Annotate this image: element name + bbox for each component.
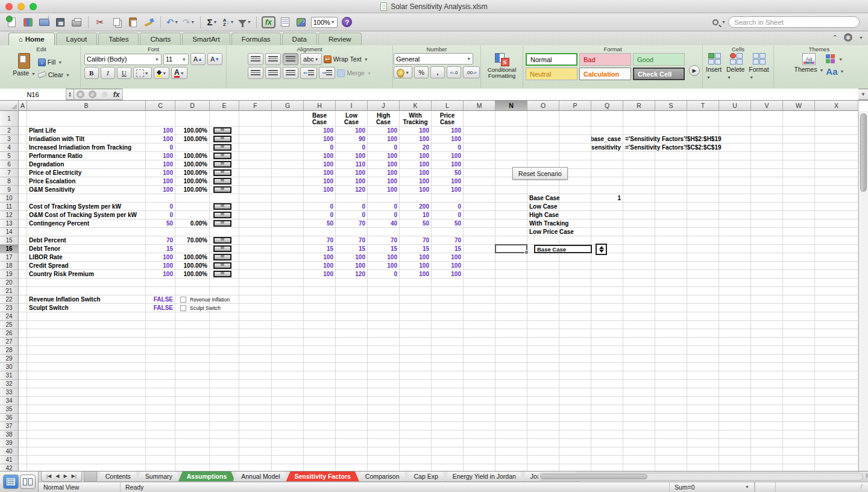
cell-R16[interactable] (623, 245, 655, 253)
cell-J32[interactable] (368, 380, 400, 388)
cell-T9[interactable] (687, 186, 719, 194)
page-layout-view-button[interactable] (20, 475, 36, 489)
row-header-14[interactable]: 14 (0, 228, 19, 236)
row-header-11[interactable]: 11 (0, 203, 19, 211)
cell-D1[interactable] (175, 111, 210, 127)
cell-Q4[interactable]: sensitivity (591, 144, 623, 152)
row-header-4[interactable]: 4 (0, 144, 19, 152)
horizontal-scrollbar[interactable] (538, 473, 863, 481)
cell-I24[interactable] (336, 312, 368, 321)
undo-button[interactable]: ↶▼ (166, 16, 179, 29)
tab-data[interactable]: Data (282, 33, 317, 45)
cell-I39[interactable] (336, 439, 368, 447)
cell-W32[interactable] (783, 380, 815, 388)
cell-O36[interactable] (527, 414, 559, 422)
cell-J27[interactable] (368, 338, 400, 346)
cell-P3[interactable] (559, 135, 591, 144)
cell-C27[interactable] (146, 338, 175, 346)
cell-M26[interactable] (464, 329, 495, 338)
cell-C19[interactable]: 100 (146, 270, 175, 279)
cell-S27[interactable] (655, 338, 687, 346)
cell-B27[interactable] (27, 338, 146, 346)
column-header-G[interactable]: G (272, 101, 304, 111)
cell-F32[interactable] (239, 380, 272, 388)
cell-G39[interactable] (272, 439, 304, 447)
print-button[interactable] (70, 16, 83, 29)
sheet-tab-cap-exp[interactable]: Cap Exp (405, 472, 446, 482)
cell-E15[interactable] (210, 236, 239, 245)
cell-M6[interactable] (464, 160, 495, 169)
cell-G20[interactable] (272, 279, 304, 287)
cell-N23[interactable] (495, 304, 527, 312)
cell-O21[interactable] (527, 287, 559, 295)
cell-C8[interactable]: 100 (146, 177, 175, 186)
cell-R27[interactable] (623, 338, 655, 346)
column-header-H[interactable]: H (304, 101, 336, 111)
save-button[interactable] (54, 16, 67, 29)
cell-R38[interactable] (623, 430, 655, 439)
horizontal-scrollbar-thumb[interactable] (540, 474, 647, 479)
cell-M15[interactable] (464, 236, 495, 245)
cell-N1[interactable] (495, 111, 527, 127)
shrink-font-button[interactable]: A▼ (207, 53, 222, 65)
cell-T5[interactable] (687, 152, 719, 160)
cell-J25[interactable] (368, 321, 400, 329)
row-header-36[interactable]: 36 (0, 414, 19, 422)
cell-E42[interactable] (210, 464, 239, 471)
cell-C11[interactable]: 0 (146, 203, 175, 211)
cell-Q18[interactable] (591, 262, 623, 270)
cell-V23[interactable] (751, 304, 783, 312)
cell-H42[interactable] (304, 464, 336, 471)
cell-X18[interactable] (815, 262, 858, 270)
cell-L19[interactable]: 100 (432, 270, 464, 279)
cell-G19[interactable] (272, 270, 304, 279)
merge-button[interactable]: Merge▼ (337, 68, 371, 78)
cell-S22[interactable] (655, 295, 687, 304)
cell-E36[interactable] (210, 414, 239, 422)
cell-T16[interactable] (687, 245, 719, 253)
cell-U32[interactable] (719, 380, 751, 388)
cell-B18[interactable]: Credit Spread (27, 262, 146, 270)
cell-N18[interactable] (495, 262, 527, 270)
cell-N27[interactable] (495, 338, 527, 346)
cell-J23[interactable] (368, 304, 400, 312)
row-header-31[interactable]: 31 (0, 371, 19, 380)
cell-V18[interactable] (751, 262, 783, 270)
cell-B35[interactable] (27, 405, 146, 414)
cell-L42[interactable] (432, 464, 464, 471)
cell-Q32[interactable] (591, 380, 623, 388)
decrease-indent-button[interactable]: ⇐ (300, 67, 317, 79)
cell-O32[interactable] (527, 380, 559, 388)
cell-B11[interactable]: Cost of Tracking System per kW (27, 203, 146, 211)
cell-E12[interactable] (210, 211, 239, 219)
cell-L41[interactable] (432, 456, 464, 464)
cell-Q14[interactable] (591, 228, 623, 236)
cell-S29[interactable] (655, 355, 687, 363)
cell-H11[interactable]: 0 (304, 203, 336, 211)
column-header-A[interactable]: A (19, 101, 27, 111)
cell-H5[interactable]: 100 (304, 152, 336, 160)
cell-T19[interactable] (687, 270, 719, 279)
cell-J12[interactable]: 0 (368, 211, 400, 219)
cell-H26[interactable] (304, 329, 336, 338)
cell-R15[interactable] (623, 236, 655, 245)
cell-J20[interactable] (368, 279, 400, 287)
cell-S38[interactable] (655, 430, 687, 439)
cell-B41[interactable] (27, 456, 146, 464)
cell-T39[interactable] (687, 439, 719, 447)
filter-dropdown-icon[interactable]: ▼ (247, 20, 251, 24)
cell-C22[interactable]: FALSE (146, 295, 175, 304)
cell-I10[interactable] (336, 194, 368, 203)
cell-B17[interactable]: LIBOR Rate (27, 253, 146, 262)
cell-C5[interactable]: 100 (146, 152, 175, 160)
cell-K21[interactable] (400, 287, 432, 295)
row-header-19[interactable]: 19 (0, 270, 19, 279)
cell-M41[interactable] (464, 456, 495, 464)
cell-X22[interactable] (815, 295, 858, 304)
cell-S42[interactable] (655, 464, 687, 471)
cell-D19[interactable]: 100.00% (175, 270, 210, 279)
cut-button[interactable]: ✂ (93, 16, 107, 29)
cell-K9[interactable]: 100 (400, 186, 432, 194)
cell-M34[interactable] (464, 397, 495, 405)
cell-G37[interactable] (272, 422, 304, 430)
